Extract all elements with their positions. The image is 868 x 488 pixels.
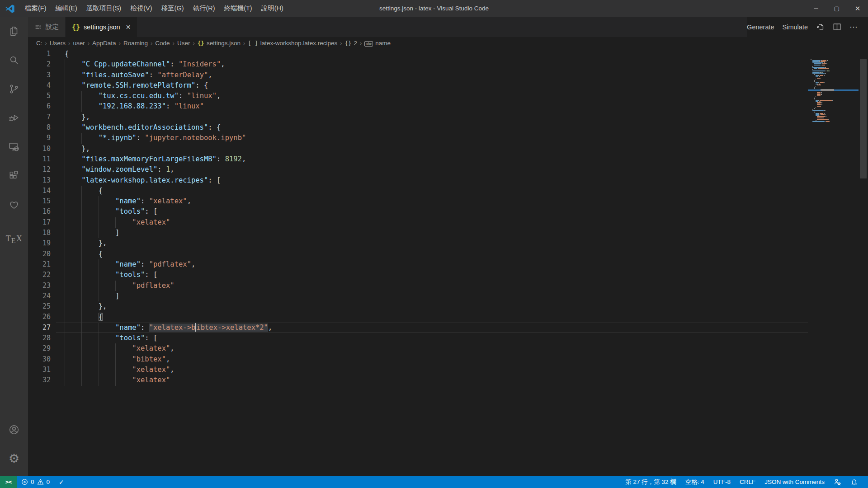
heart-icon[interactable] <box>0 190 28 219</box>
code-line[interactable]: 4 "remote.SSH.remotePlatform": { <box>28 80 808 91</box>
code-line[interactable]: 7 }, <box>28 112 808 122</box>
breadcrumb-label: 2 <box>354 40 358 47</box>
code-line[interactable]: 8 "workbench.editorAssociations": { <box>28 122 808 133</box>
code-line[interactable]: 25 }, <box>28 301 808 312</box>
minimap-line <box>816 96 817 97</box>
breadcrumb-item-user[interactable]: user <box>73 40 85 47</box>
open-preview-icon[interactable] <box>816 23 825 31</box>
remote-explorer-icon[interactable] <box>0 132 28 161</box>
code-line[interactable]: 14 { <box>28 186 808 196</box>
scrollbar[interactable] <box>859 49 868 476</box>
minimap[interactable] <box>808 49 859 476</box>
minimize-button[interactable]: ─ <box>806 0 826 17</box>
code-line[interactable]: 13 "latex-workshop.latex.recipes": [ <box>28 175 808 186</box>
run-debug-icon[interactable] <box>0 103 28 132</box>
code-line[interactable]: 11 "files.maxMemoryForLargeFilesMB": 819… <box>28 154 808 164</box>
breadcrumb-item-appdata[interactable]: AppData <box>92 40 116 47</box>
scrollbar-thumb[interactable] <box>860 59 867 178</box>
breadcrumb-item-settings-json[interactable]: {}settings.json <box>198 40 241 47</box>
breadcrumb-item-drive-c[interactable]: C: <box>36 40 42 47</box>
menu-item-selection[interactable]: 選取項目(S) <box>82 0 126 17</box>
code-line[interactable]: 9 "*.ipynb": "jupyter.notebook.ipynb" <box>28 133 808 143</box>
code-line-text: }, <box>65 301 107 312</box>
code-line[interactable]: 30 "bibtex", <box>28 354 808 365</box>
breadcrumb-item-index-2[interactable]: {}2 <box>345 40 358 47</box>
breadcrumb-label: name <box>375 40 391 47</box>
status-language-mode[interactable]: JSON with Comments <box>760 476 829 488</box>
code-line[interactable]: 16 "tools": [ <box>28 206 808 217</box>
code-line[interactable]: 23 "pdflatex" <box>28 281 808 291</box>
code-line[interactable]: 21 "name": "pdflatex", <box>28 259 808 270</box>
code-line[interactable]: 19 }, <box>28 238 808 249</box>
code-line[interactable]: 12 "window.zoomLevel": 1, <box>28 164 808 175</box>
breadcrumb-item-user-dir[interactable]: User <box>177 40 190 47</box>
status-encoding[interactable]: UTF-8 <box>709 476 735 488</box>
menu-item-edit[interactable]: 編輯(E) <box>51 0 82 17</box>
code-line[interactable]: 18 ] <box>28 228 808 238</box>
code-line[interactable]: 28 "tools": [ <box>28 333 808 343</box>
breadcrumb-item-code[interactable]: Code <box>155 40 170 47</box>
account-icon[interactable] <box>0 415 28 444</box>
menu-item-view[interactable]: 檢視(V) <box>126 0 156 17</box>
breadcrumb-item-roaming[interactable]: Roaming <box>123 40 148 47</box>
minimap-line <box>814 108 815 109</box>
breadcrumb-item-name[interactable]: abcname <box>364 40 391 47</box>
code-line-text: "xelatex" <box>65 217 170 228</box>
source-control-icon[interactable] <box>0 75 28 103</box>
code-line[interactable]: 29 "xelatex", <box>28 343 808 354</box>
problems-indicator[interactable]: 0 0 <box>17 476 54 488</box>
settings-gear-icon[interactable]: ⚙ <box>0 444 28 473</box>
menu-item-go[interactable]: 移至(G) <box>157 0 189 17</box>
menu-item-terminal[interactable]: 終端機(T) <box>220 0 257 17</box>
code-line[interactable]: 32 "xelatex" <box>28 375 808 385</box>
breadcrumb-item-latex-recipes[interactable]: [ ]latex-workshop.latex.recipes <box>248 40 337 47</box>
code-line[interactable]: 10 }, <box>28 144 808 154</box>
menu-item-help[interactable]: 說明(H) <box>257 0 288 17</box>
code-line[interactable]: 5 "tux.cs.ccu.edu.tw": "linux", <box>28 91 808 101</box>
menu-item-file[interactable]: 檔案(F) <box>20 0 51 17</box>
explorer-icon[interactable] <box>0 17 28 46</box>
code-line[interactable]: 26 { <box>28 312 808 322</box>
notifications-bell-icon[interactable] <box>846 476 863 488</box>
tab-settings-json[interactable]: {}settings.json✕ <box>66 17 137 37</box>
code-line[interactable]: 22 "tools": [ <box>28 270 808 280</box>
code-line[interactable]: 17 "xelatex" <box>28 217 808 228</box>
generate-button[interactable]: Generate <box>747 23 774 31</box>
breadcrumb-item-users[interactable]: Users <box>50 40 66 47</box>
extensions-icon[interactable] <box>0 161 28 190</box>
line-number: 9 <box>28 133 51 143</box>
code-line[interactable]: 31 "xelatex", <box>28 365 808 375</box>
code-line[interactable]: 2 "C_Cpp.updateChannel": "Insiders", <box>28 59 808 70</box>
code-line-text: "xelatex" <box>65 375 170 385</box>
search-icon[interactable] <box>0 46 28 75</box>
close-tab-icon[interactable]: ✕ <box>126 23 131 31</box>
status-cursor-position[interactable]: 第 27 行，第 32 欄 <box>621 476 681 488</box>
code-line[interactable]: 1{ <box>28 49 808 59</box>
more-actions-icon[interactable]: ⋯ <box>849 22 858 32</box>
code-line[interactable]: 3 "files.autoSave": "afterDelay", <box>28 70 808 80</box>
status-indentation[interactable]: 空格: 4 <box>681 476 709 488</box>
line-number: 1 <box>28 49 51 59</box>
split-editor-icon[interactable] <box>833 23 841 31</box>
maximize-button[interactable]: ▢ <box>826 0 847 17</box>
feedback-icon[interactable] <box>829 476 846 488</box>
menu-item-run[interactable]: 執行(R) <box>188 0 219 17</box>
tab-settings-ui[interactable]: 設定 <box>28 17 66 37</box>
close-button[interactable]: ✕ <box>847 0 868 17</box>
code-line-text: "name": "pdflatex", <box>65 259 195 270</box>
code-line[interactable]: 15 "name": "xelatex", <box>28 196 808 206</box>
vscode-logo-icon <box>5 4 15 14</box>
tex-icon[interactable]: TEX <box>0 225 28 252</box>
formatter-status[interactable]: ✓ <box>54 476 69 488</box>
line-number: 4 <box>28 80 51 91</box>
code-line[interactable]: 20 { <box>28 249 808 259</box>
error-count: 0 <box>31 479 34 485</box>
code-line[interactable]: 6 "192.168.88.233": "linux" <box>28 101 808 112</box>
code-line[interactable]: 27 "name": "xelatex->bibtex->xelatex*2", <box>28 323 808 333</box>
tab-label: settings.json <box>84 23 120 31</box>
status-eol[interactable]: CRLF <box>735 476 760 488</box>
simulate-button[interactable]: Simulate <box>783 23 808 31</box>
code-line[interactable]: 24 ] <box>28 291 808 301</box>
remote-indicator[interactable]: >< <box>0 476 17 488</box>
code-line-text: "xelatex", <box>65 365 175 375</box>
